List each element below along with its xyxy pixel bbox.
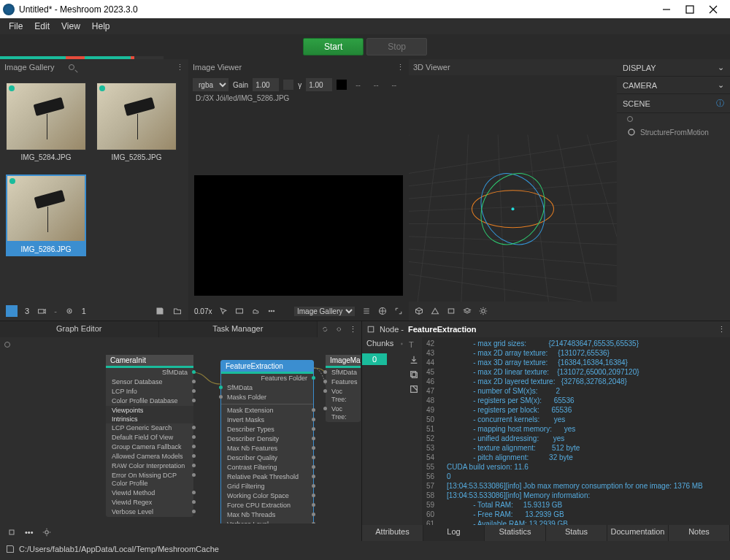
more-icon[interactable]: •••	[25, 528, 34, 537]
open-icon[interactable]	[409, 384, 419, 394]
gallery-one: 1	[82, 307, 86, 315]
svg-point-15	[511, 207, 514, 210]
svg-point-10	[274, 310, 275, 312]
svg-point-9	[272, 310, 273, 312]
stop-button[interactable]: Stop	[366, 38, 427, 55]
viewer-path: D:/3X Jói/led/IMG_5286.JPG	[188, 94, 409, 102]
menu-file[interactable]: File	[3, 21, 28, 31]
gamma-input[interactable]	[306, 78, 332, 91]
view3d-panel: 3D Viewer	[409, 59, 617, 321]
svg-point-18	[629, 129, 634, 135]
camera-icon[interactable]	[36, 306, 47, 316]
maximize-button[interactable]	[685, 4, 695, 15]
cursor-icon[interactable]	[219, 307, 228, 315]
menubar: File Edit View Help	[0, 18, 730, 34]
target-icon[interactable]	[64, 306, 74, 316]
gallery-count: 3	[25, 307, 29, 315]
node-imagematching[interactable]: ImageMa SfMDataFeaturesVoc Tree:Voc Tree…	[326, 355, 361, 422]
gallery-title: Image Gallery	[4, 63, 54, 72]
channel-select[interactable]: rgba	[193, 78, 228, 91]
viewer-src-select[interactable]: Image Gallery	[294, 307, 355, 316]
log-output[interactable]: 42 - max grid sizes: {2147483647,65535,6…	[422, 337, 730, 525]
gain-input[interactable]	[253, 78, 279, 91]
menu-edit[interactable]: Edit	[28, 21, 55, 31]
view3d-title: 3D Viewer	[413, 63, 450, 72]
fit-icon[interactable]	[336, 325, 342, 334]
triangle-icon[interactable]	[431, 307, 439, 315]
viewer-menu-icon[interactable]: ⋮	[396, 63, 404, 72]
gamma-swatch[interactable]	[337, 80, 347, 90]
menu-view[interactable]: View	[55, 21, 86, 31]
gear-icon[interactable]	[479, 307, 488, 315]
svg-point-8	[269, 310, 271, 312]
rect3d-icon[interactable]	[447, 307, 456, 315]
copy-icon[interactable]	[409, 369, 419, 380]
tab-attributes[interactable]: Attributes	[362, 525, 423, 541]
run-row: Start Stop	[0, 34, 730, 59]
disk-icon	[6, 545, 15, 553]
node-menu-icon[interactable]: ⋮	[718, 325, 726, 334]
cube-icon[interactable]	[415, 307, 423, 315]
node-icon	[366, 325, 375, 334]
svg-rect-4	[39, 310, 45, 313]
svg-point-6	[69, 310, 70, 312]
search-icon[interactable]	[69, 64, 74, 70]
thumbnail[interactable]: IMG_5285.JPG	[96, 83, 177, 164]
view3d-sidepanel: DISPLAY⌄ CAMERA⌄ SCENEⓘ StructureFromMot…	[617, 59, 730, 321]
node-featureextraction[interactable]: FeatureExtraction Features Folder SfMDat…	[220, 360, 314, 523]
gain-label: Gain	[233, 81, 248, 89]
thumbnail[interactable]: IMG_5286.JPG	[6, 174, 86, 256]
svg-point-2	[99, 85, 105, 91]
graph-menu-icon[interactable]: ⋮	[349, 325, 357, 334]
viewer-image[interactable]	[194, 175, 403, 296]
save-icon[interactable]	[155, 306, 165, 316]
chunk-0[interactable]: 0	[362, 353, 387, 365]
tab-statistics[interactable]: Statistics	[485, 525, 546, 541]
text-icon[interactable]: T	[409, 340, 419, 350]
settings-icon[interactable]	[42, 528, 51, 537]
scene-section[interactable]: SCENEⓘ	[617, 94, 730, 113]
gallery-menu-icon[interactable]: ⋮	[176, 63, 184, 72]
titlebar: Untitled* - Meshroom 2023.3.0	[0, 0, 730, 18]
folder-icon[interactable]	[172, 306, 182, 316]
thumbnail[interactable]: IMG_5284.JPG	[6, 83, 86, 164]
gamma-label: γ	[298, 81, 301, 89]
scene-item-sfm[interactable]: StructureFromMotion	[617, 125, 730, 139]
node-camerainit[interactable]: CameraInit SfMData Sensor DatabaseLCP In…	[106, 355, 193, 517]
grid-icon[interactable]	[6, 305, 18, 317]
gain-swatch[interactable]	[283, 80, 293, 90]
close-button[interactable]	[708, 4, 718, 15]
cloud-icon[interactable]	[251, 307, 260, 315]
expand-icon[interactable]	[394, 307, 403, 315]
menu-help[interactable]: Help	[86, 21, 116, 31]
rect-icon[interactable]	[235, 307, 244, 315]
svg-point-19	[45, 531, 48, 534]
layers-icon[interactable]	[463, 307, 472, 315]
tab-graph-editor[interactable]: Graph Editor	[0, 321, 159, 337]
graph-search-icon[interactable]	[4, 342, 10, 348]
svg-rect-20	[368, 326, 374, 332]
download-icon[interactable]	[409, 355, 419, 365]
globe-icon[interactable]	[378, 307, 387, 315]
svg-point-1	[9, 85, 15, 91]
tab-status[interactable]: Status	[546, 525, 607, 541]
scene-search[interactable]	[617, 113, 730, 125]
viewer-title: Image Viewer	[193, 63, 242, 72]
zoom-out-icon[interactable]	[7, 528, 16, 537]
refresh-icon[interactable]	[322, 325, 328, 334]
view3d-viewport[interactable]	[409, 75, 617, 302]
tab-task-manager[interactable]: Task Manager	[159, 321, 318, 337]
tab-notes[interactable]: Notes	[669, 525, 730, 541]
sliders-icon[interactable]	[362, 307, 371, 315]
tab-log[interactable]: Log	[423, 525, 485, 541]
svg-rect-0	[686, 6, 694, 13]
app-icon	[3, 4, 15, 15]
minimize-button[interactable]	[661, 4, 672, 15]
dots-icon[interactable]	[267, 307, 276, 315]
camera-section[interactable]: CAMERA⌄	[617, 77, 730, 94]
display-section[interactable]: DISPLAY⌄	[617, 59, 730, 77]
tab-documentation[interactable]: Documentation	[607, 525, 669, 541]
svg-point-17	[482, 310, 485, 313]
chunks-toggle-icon[interactable]	[400, 340, 404, 348]
start-button[interactable]: Start	[303, 38, 364, 55]
